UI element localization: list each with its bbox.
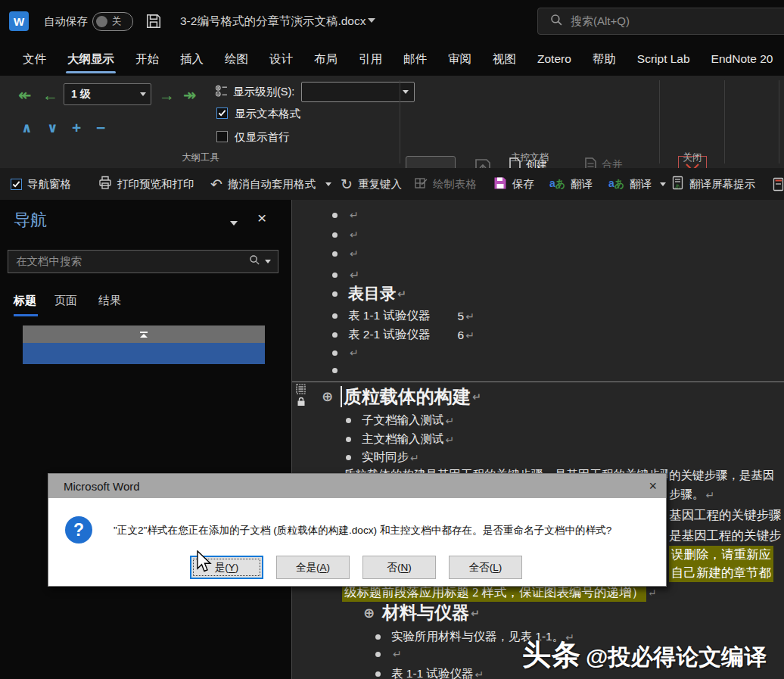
paragraph-mark: ↵ — [350, 268, 359, 282]
move-down-button[interactable]: ∨ — [47, 121, 58, 135]
mouse-cursor-icon — [196, 550, 213, 578]
dialog-close-icon[interactable]: × — [649, 479, 657, 493]
nav-tab-pages[interactable]: 页面 — [54, 294, 77, 308]
nav-heading-item-collapsed[interactable] — [23, 325, 265, 343]
outline-empty-row[interactable]: ↵ — [332, 268, 359, 282]
tab-design[interactable]: 设计 — [259, 42, 303, 76]
translate-button-2[interactable]: aあ 翻译 — [608, 168, 666, 200]
level-chevron-down-icon — [140, 92, 146, 96]
paragraph-mark: ↵ — [410, 452, 419, 464]
undo-autoformat-button[interactable]: ↶ 撤消自动套用格式 — [210, 168, 331, 200]
clipped-toolbar-icon[interactable] — [772, 168, 784, 200]
nav-search-input[interactable]: 在文档中搜索 — [8, 250, 278, 273]
paragraph-mark: ↵ — [648, 587, 657, 600]
heading-expand-icon[interactable]: ⊕ — [322, 390, 333, 403]
tab-help[interactable]: 帮助 — [582, 42, 627, 76]
nav-search-icon[interactable] — [249, 254, 260, 269]
document-canvas[interactable]: ↵ ↵ ↵ ↵ 表目录 ↵ 表 1-1 试验仪器 5 ↵ 表 2-1 试验仪器 … — [292, 200, 784, 679]
no-to-all-button[interactable]: 全否(L) — [449, 556, 522, 579]
dialog-title: Microsoft Word — [64, 480, 140, 493]
collapse-button[interactable]: − — [96, 120, 105, 135]
show-level-dropdown[interactable] — [301, 82, 415, 102]
translate-tooltip-button[interactable]: あ 翻译屏幕提示 — [672, 168, 755, 200]
outline-level-dropdown[interactable]: 1 级 — [64, 83, 151, 105]
heading1-row[interactable]: ⊕ 质粒载体的构建 ↵ — [322, 385, 481, 409]
tab-view[interactable]: 视图 — [482, 42, 527, 76]
outline-empty-row[interactable]: ↵ — [332, 209, 359, 221]
toc-heading-row[interactable]: 表目录 ↵ — [332, 283, 406, 304]
tab-home[interactable]: 开始 — [125, 42, 170, 76]
paragraph-mark: ↵ — [350, 248, 359, 260]
nav-heading-item-selected[interactable] — [23, 343, 265, 364]
tab-review[interactable]: 审阅 — [437, 42, 482, 76]
first-line-only-checkbox[interactable] — [216, 131, 228, 142]
yes-to-all-button[interactable]: 全是(A) — [276, 556, 350, 579]
title-chevron-down-icon[interactable] — [368, 18, 375, 23]
paragraph-mark: ↵ — [706, 489, 715, 501]
promote-to-heading1-button[interactable]: ↞ — [18, 87, 32, 103]
quick-access-bar: 导航窗格 打印预览和打印 ↶ 撤消自动套用格式 ↻ 重复键入 绘制表格 保存 a… — [0, 168, 784, 201]
tab-insert[interactable]: 插入 — [170, 42, 214, 76]
document-title[interactable]: 3-2编号格式的分章节演示文稿.docx — [180, 14, 366, 30]
nav-search-chevron-icon[interactable] — [265, 260, 271, 263]
nav-options-chevron-icon[interactable] — [230, 221, 238, 226]
outline-item-row[interactable]: 主文档输入测试 ↵ — [346, 431, 454, 447]
draw-table-label: 绘制表格 — [433, 177, 477, 192]
tab-mailings[interactable]: 邮件 — [393, 42, 437, 76]
move-up-button[interactable]: ∧ — [21, 121, 33, 135]
translate-button-1[interactable]: aあ 翻译 — [549, 168, 593, 200]
dialog-title-bar[interactable]: Microsoft Word × — [48, 474, 666, 498]
outline-empty-row[interactable] — [332, 368, 348, 373]
tab-layout[interactable]: 布局 — [303, 42, 348, 76]
tab-outline-view[interactable]: 大纲显示 — [57, 42, 125, 76]
bullet-icon — [332, 332, 338, 338]
undo-chevron-down-icon[interactable] — [325, 182, 331, 186]
save-icon[interactable] — [145, 13, 162, 33]
question-icon: ? — [65, 516, 92, 544]
expand-button[interactable]: + — [72, 120, 81, 135]
nav-close-icon[interactable]: × — [257, 209, 266, 227]
nav-pane-toggle[interactable]: 导航窗格 — [11, 168, 71, 200]
outline-item-row[interactable]: 实时同步 ↵ — [346, 450, 419, 466]
outline-empty-row[interactable]: ↵ — [332, 347, 359, 359]
tab-script-lab[interactable]: Script Lab — [627, 42, 701, 76]
demote-to-bodytext-button[interactable]: ↠ — [183, 87, 197, 103]
nav-pane-checkbox[interactable] — [11, 179, 22, 190]
nav-tab-headings[interactable]: 标题 — [14, 294, 36, 308]
heading-expand-icon[interactable]: ⊕ — [363, 606, 375, 620]
tab-references[interactable]: 引用 — [348, 42, 393, 76]
tab-endnote[interactable]: EndNote 20 — [701, 42, 784, 76]
outline-item-row[interactable]: 子文档输入测试 ↵ — [346, 413, 454, 428]
collapse-heading-icon[interactable] — [140, 332, 148, 338]
tab-draw[interactable]: 绘图 — [214, 42, 259, 76]
translate-chevron-down-icon[interactable] — [660, 182, 666, 186]
paragraph-fragment: 基因工程的关键步骤 — [669, 507, 782, 524]
text-caret — [341, 386, 342, 407]
outline-empty-row[interactable]: ↵ — [332, 248, 359, 260]
toc-entry-row[interactable]: 表 2-1 试验仪器 6 ↵ — [332, 327, 474, 343]
save-button[interactable]: 保存 — [493, 168, 534, 200]
bullet-icon — [346, 418, 351, 423]
search-bar[interactable]: 搜索(Alt+Q) — [537, 8, 784, 35]
promote-button[interactable]: ← — [42, 87, 58, 103]
heading2-row[interactable]: ⊕ 材料与仪器 ↵ — [363, 601, 480, 624]
outline-empty-row[interactable]: ↵ — [375, 648, 402, 660]
print-preview-button[interactable]: 打印预览和打印 — [98, 168, 194, 200]
toc-entry-row[interactable]: 表 1-1 试验仪器 5 ↵ — [332, 308, 474, 324]
demote-button[interactable]: → — [159, 87, 175, 103]
autosave-toggle[interactable]: 关 — [92, 12, 133, 31]
show-level-icon — [215, 85, 228, 101]
outline-empty-row[interactable]: ↵ — [332, 229, 359, 241]
draw-table-button: 绘制表格 — [415, 168, 477, 200]
no-button[interactable]: 否(N) — [362, 556, 436, 579]
title-bar: W 自动保存 关 3-2编号格式的分章节演示文稿.docx 搜索(Alt+Q) — [0, 0, 784, 42]
show-text-format-checkbox[interactable] — [216, 107, 228, 119]
ribbon-tab-row: 文件 大纲显示 开始 插入 绘图 设计 布局 引用 邮件 审阅 视图 Zoter… — [0, 42, 784, 76]
tab-file[interactable]: 文件 — [12, 42, 57, 76]
undo-autoformat-label: 撤消自动套用格式 — [228, 177, 316, 192]
bullet-icon — [375, 634, 381, 640]
nav-tab-results[interactable]: 结果 — [98, 294, 121, 308]
outline-item-row[interactable]: 表 1-1 试验仪器 ↵ — [375, 666, 484, 679]
tab-zotero[interactable]: Zotero — [527, 42, 582, 76]
repeat-typing-button[interactable]: ↻ 重复键入 — [341, 168, 402, 200]
